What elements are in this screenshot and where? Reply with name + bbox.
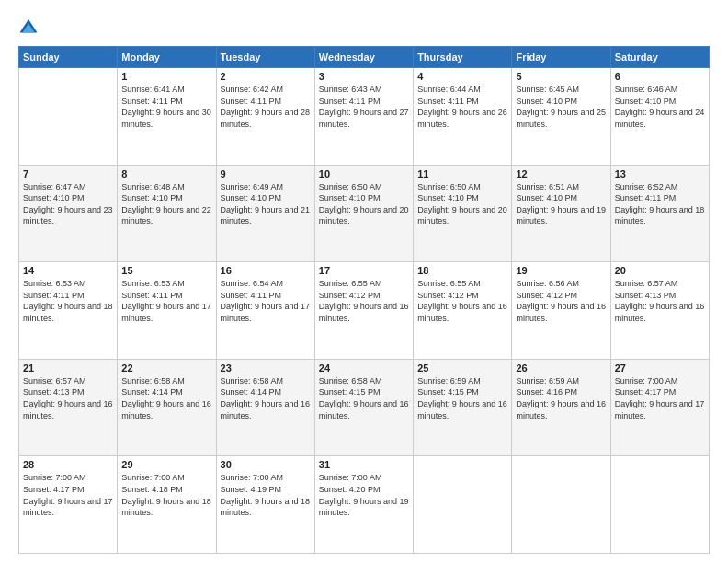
calendar-cell: 24 Sunrise: 6:58 AM Sunset: 4:15 PM Dayl… (314, 359, 413, 456)
cell-info: Sunrise: 6:59 AM Sunset: 4:15 PM Dayligh… (417, 375, 507, 421)
calendar-cell: 28 Sunrise: 7:00 AM Sunset: 4:17 PM Dayl… (19, 456, 118, 554)
calendar-cell: 20 Sunrise: 6:57 AM Sunset: 4:13 PM Dayl… (610, 262, 709, 360)
day-number: 28 (23, 459, 113, 470)
cell-info: Sunrise: 6:55 AM Sunset: 4:12 PM Dayligh… (319, 278, 409, 324)
cell-info: Sunrise: 6:41 AM Sunset: 4:11 PM Dayligh… (121, 84, 211, 130)
calendar-cell: 2 Sunrise: 6:42 AM Sunset: 4:11 PM Dayli… (216, 68, 314, 166)
week-row: 7 Sunrise: 6:47 AM Sunset: 4:10 PM Dayli… (19, 165, 710, 262)
logo-icon (18, 17, 39, 37)
cell-info: Sunrise: 6:46 AM Sunset: 4:10 PM Dayligh… (615, 84, 705, 130)
weekday-header-tuesday: Tuesday (216, 47, 314, 68)
day-number: 5 (516, 71, 606, 82)
calendar-cell: 12 Sunrise: 6:51 AM Sunset: 4:10 PM Dayl… (512, 165, 610, 262)
calendar-cell: 3 Sunrise: 6:43 AM Sunset: 4:11 PM Dayli… (314, 68, 413, 166)
calendar-cell: 8 Sunrise: 6:48 AM Sunset: 4:10 PM Dayli… (118, 165, 216, 262)
cell-info: Sunrise: 6:56 AM Sunset: 4:12 PM Dayligh… (516, 278, 606, 324)
day-number: 3 (319, 71, 409, 82)
day-number: 14 (23, 265, 113, 276)
calendar-cell: 1 Sunrise: 6:41 AM Sunset: 4:11 PM Dayli… (118, 68, 216, 166)
week-row: 28 Sunrise: 7:00 AM Sunset: 4:17 PM Dayl… (19, 456, 710, 554)
cell-info: Sunrise: 6:50 AM Sunset: 4:10 PM Dayligh… (417, 181, 507, 227)
week-row: 14 Sunrise: 6:53 AM Sunset: 4:11 PM Dayl… (19, 262, 710, 360)
calendar-table: SundayMondayTuesdayWednesdayThursdayFrid… (18, 46, 710, 554)
weekday-header-wednesday: Wednesday (314, 47, 413, 68)
header (18, 17, 710, 37)
calendar-cell: 9 Sunrise: 6:49 AM Sunset: 4:10 PM Dayli… (216, 165, 314, 262)
calendar-cell: 26 Sunrise: 6:59 AM Sunset: 4:16 PM Dayl… (512, 359, 610, 456)
calendar-cell: 4 Sunrise: 6:44 AM Sunset: 4:11 PM Dayli… (414, 68, 512, 166)
logo (18, 17, 42, 37)
cell-info: Sunrise: 6:54 AM Sunset: 4:11 PM Dayligh… (221, 278, 311, 324)
page: SundayMondayTuesdayWednesdayThursdayFrid… (0, 0, 728, 563)
day-number: 8 (121, 168, 211, 179)
day-number: 31 (319, 459, 409, 470)
cell-info: Sunrise: 6:44 AM Sunset: 4:11 PM Dayligh… (417, 84, 507, 130)
cell-info: Sunrise: 7:00 AM Sunset: 4:17 PM Dayligh… (615, 375, 705, 421)
calendar-cell (19, 68, 118, 166)
cell-info: Sunrise: 6:51 AM Sunset: 4:10 PM Dayligh… (516, 181, 606, 227)
cell-info: Sunrise: 6:47 AM Sunset: 4:10 PM Dayligh… (23, 181, 113, 227)
calendar-cell: 18 Sunrise: 6:55 AM Sunset: 4:12 PM Dayl… (414, 262, 512, 360)
calendar-cell: 7 Sunrise: 6:47 AM Sunset: 4:10 PM Dayli… (19, 165, 118, 262)
day-number: 30 (221, 459, 311, 470)
weekday-header-friday: Friday (512, 47, 610, 68)
cell-info: Sunrise: 6:58 AM Sunset: 4:14 PM Dayligh… (121, 375, 211, 421)
calendar-cell: 15 Sunrise: 6:53 AM Sunset: 4:11 PM Dayl… (118, 262, 216, 360)
cell-info: Sunrise: 7:00 AM Sunset: 4:20 PM Dayligh… (319, 472, 409, 518)
day-number: 23 (221, 362, 311, 373)
day-number: 25 (417, 362, 507, 373)
calendar-cell: 5 Sunrise: 6:45 AM Sunset: 4:10 PM Dayli… (512, 68, 610, 166)
calendar-cell: 22 Sunrise: 6:58 AM Sunset: 4:14 PM Dayl… (118, 359, 216, 456)
weekday-header-thursday: Thursday (414, 47, 512, 68)
day-number: 21 (23, 362, 113, 373)
cell-info: Sunrise: 6:53 AM Sunset: 4:11 PM Dayligh… (23, 278, 113, 324)
cell-info: Sunrise: 6:48 AM Sunset: 4:10 PM Dayligh… (121, 181, 211, 227)
day-number: 22 (121, 362, 211, 373)
day-number: 27 (615, 362, 705, 373)
week-row: 21 Sunrise: 6:57 AM Sunset: 4:13 PM Dayl… (19, 359, 710, 456)
day-number: 18 (417, 265, 507, 276)
cell-info: Sunrise: 6:58 AM Sunset: 4:15 PM Dayligh… (319, 375, 409, 421)
day-number: 29 (121, 459, 211, 470)
day-number: 11 (417, 168, 507, 179)
calendar-cell: 6 Sunrise: 6:46 AM Sunset: 4:10 PM Dayli… (610, 68, 709, 166)
day-number: 10 (319, 168, 409, 179)
cell-info: Sunrise: 6:43 AM Sunset: 4:11 PM Dayligh… (319, 84, 409, 130)
calendar-cell: 23 Sunrise: 6:58 AM Sunset: 4:14 PM Dayl… (216, 359, 314, 456)
calendar-cell (512, 456, 610, 554)
day-number: 19 (516, 265, 606, 276)
calendar-cell: 10 Sunrise: 6:50 AM Sunset: 4:10 PM Dayl… (314, 165, 413, 262)
cell-info: Sunrise: 6:49 AM Sunset: 4:10 PM Dayligh… (221, 181, 311, 227)
calendar-cell: 30 Sunrise: 7:00 AM Sunset: 4:19 PM Dayl… (216, 456, 314, 554)
cell-info: Sunrise: 6:50 AM Sunset: 4:10 PM Dayligh… (319, 181, 409, 227)
cell-info: Sunrise: 7:00 AM Sunset: 4:18 PM Dayligh… (121, 472, 211, 518)
weekday-header-monday: Monday (118, 47, 216, 68)
cell-info: Sunrise: 6:57 AM Sunset: 4:13 PM Dayligh… (23, 375, 113, 421)
day-number: 6 (615, 71, 705, 82)
calendar-cell: 17 Sunrise: 6:55 AM Sunset: 4:12 PM Dayl… (314, 262, 413, 360)
cell-info: Sunrise: 6:53 AM Sunset: 4:11 PM Dayligh… (121, 278, 211, 324)
calendar-cell: 13 Sunrise: 6:52 AM Sunset: 4:11 PM Dayl… (610, 165, 709, 262)
calendar-cell: 27 Sunrise: 7:00 AM Sunset: 4:17 PM Dayl… (610, 359, 709, 456)
calendar-cell (610, 456, 709, 554)
calendar-cell: 31 Sunrise: 7:00 AM Sunset: 4:20 PM Dayl… (314, 456, 413, 554)
day-number: 7 (23, 168, 113, 179)
calendar-cell (414, 456, 512, 554)
day-number: 20 (615, 265, 705, 276)
calendar-cell: 14 Sunrise: 6:53 AM Sunset: 4:11 PM Dayl… (19, 262, 118, 360)
cell-info: Sunrise: 6:45 AM Sunset: 4:10 PM Dayligh… (516, 84, 606, 130)
day-number: 9 (221, 168, 311, 179)
calendar-cell: 16 Sunrise: 6:54 AM Sunset: 4:11 PM Dayl… (216, 262, 314, 360)
day-number: 13 (615, 168, 705, 179)
weekday-header-sunday: Sunday (19, 47, 118, 68)
cell-info: Sunrise: 6:58 AM Sunset: 4:14 PM Dayligh… (221, 375, 311, 421)
cell-info: Sunrise: 6:42 AM Sunset: 4:11 PM Dayligh… (221, 84, 311, 130)
calendar-cell: 25 Sunrise: 6:59 AM Sunset: 4:15 PM Dayl… (414, 359, 512, 456)
calendar-cell: 21 Sunrise: 6:57 AM Sunset: 4:13 PM Dayl… (19, 359, 118, 456)
day-number: 26 (516, 362, 606, 373)
cell-info: Sunrise: 6:52 AM Sunset: 4:11 PM Dayligh… (615, 181, 705, 227)
day-number: 24 (319, 362, 409, 373)
cell-info: Sunrise: 6:59 AM Sunset: 4:16 PM Dayligh… (516, 375, 606, 421)
calendar-cell: 29 Sunrise: 7:00 AM Sunset: 4:18 PM Dayl… (118, 456, 216, 554)
day-number: 15 (121, 265, 211, 276)
